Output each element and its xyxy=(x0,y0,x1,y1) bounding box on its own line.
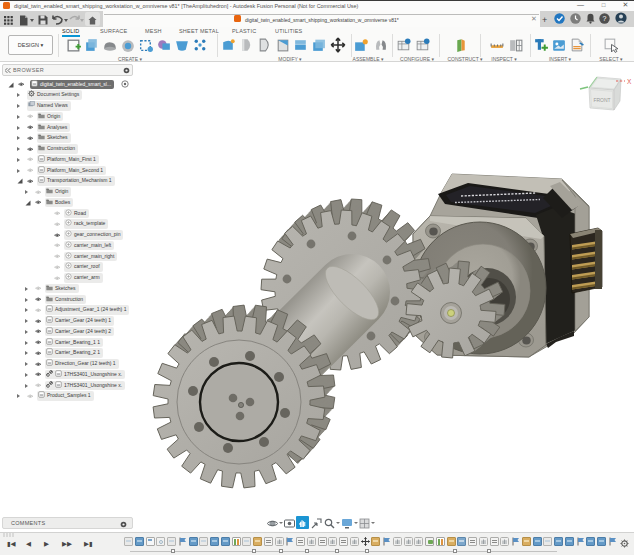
svg-text:?: ? xyxy=(603,15,607,22)
svg-text:X: X xyxy=(627,78,632,85)
svg-text:FRONT: FRONT xyxy=(593,97,610,103)
